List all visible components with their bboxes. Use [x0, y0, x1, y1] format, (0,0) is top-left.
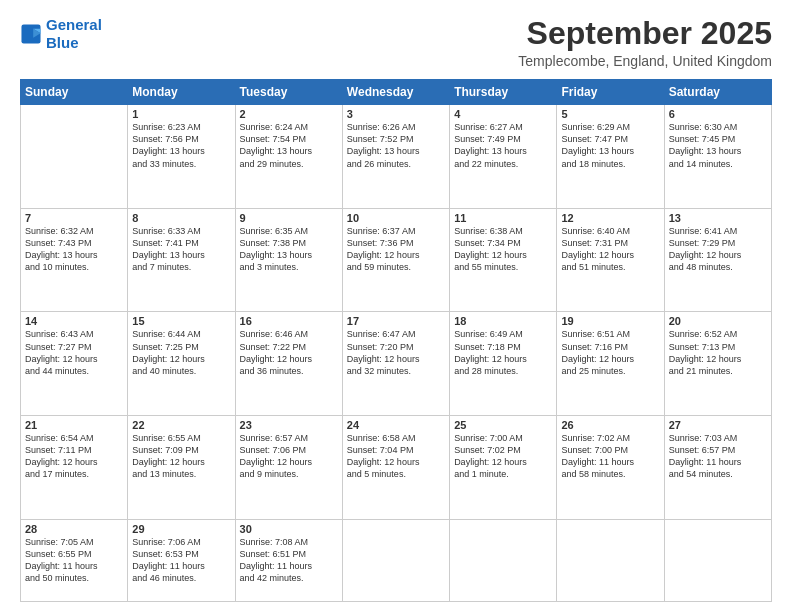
calendar-cell: 4Sunrise: 6:27 AM Sunset: 7:49 PM Daylig…: [450, 105, 557, 209]
day-info: Sunrise: 6:40 AM Sunset: 7:31 PM Dayligh…: [561, 225, 659, 274]
calendar-cell: 12Sunrise: 6:40 AM Sunset: 7:31 PM Dayli…: [557, 208, 664, 312]
calendar-cell: 7Sunrise: 6:32 AM Sunset: 7:43 PM Daylig…: [21, 208, 128, 312]
day-info: Sunrise: 6:27 AM Sunset: 7:49 PM Dayligh…: [454, 121, 552, 170]
day-info: Sunrise: 6:37 AM Sunset: 7:36 PM Dayligh…: [347, 225, 445, 274]
day-info: Sunrise: 6:29 AM Sunset: 7:47 PM Dayligh…: [561, 121, 659, 170]
week-row-1: 1Sunrise: 6:23 AM Sunset: 7:56 PM Daylig…: [21, 105, 772, 209]
day-number: 11: [454, 212, 552, 224]
day-info: Sunrise: 6:49 AM Sunset: 7:18 PM Dayligh…: [454, 328, 552, 377]
calendar-cell: 28Sunrise: 7:05 AM Sunset: 6:55 PM Dayli…: [21, 519, 128, 601]
day-number: 7: [25, 212, 123, 224]
calendar-cell: 5Sunrise: 6:29 AM Sunset: 7:47 PM Daylig…: [557, 105, 664, 209]
calendar-cell: 26Sunrise: 7:02 AM Sunset: 7:00 PM Dayli…: [557, 415, 664, 519]
day-info: Sunrise: 7:06 AM Sunset: 6:53 PM Dayligh…: [132, 536, 230, 585]
day-info: Sunrise: 6:46 AM Sunset: 7:22 PM Dayligh…: [240, 328, 338, 377]
week-row-2: 7Sunrise: 6:32 AM Sunset: 7:43 PM Daylig…: [21, 208, 772, 312]
day-info: Sunrise: 6:58 AM Sunset: 7:04 PM Dayligh…: [347, 432, 445, 481]
day-info: Sunrise: 6:54 AM Sunset: 7:11 PM Dayligh…: [25, 432, 123, 481]
calendar-cell: 13Sunrise: 6:41 AM Sunset: 7:29 PM Dayli…: [664, 208, 771, 312]
calendar-cell: [557, 519, 664, 601]
day-number: 15: [132, 315, 230, 327]
day-number: 21: [25, 419, 123, 431]
day-number: 24: [347, 419, 445, 431]
calendar-cell: [664, 519, 771, 601]
logo-icon: [20, 23, 42, 45]
col-friday: Friday: [557, 80, 664, 105]
header-row: Sunday Monday Tuesday Wednesday Thursday…: [21, 80, 772, 105]
calendar-cell: 15Sunrise: 6:44 AM Sunset: 7:25 PM Dayli…: [128, 312, 235, 416]
day-number: 18: [454, 315, 552, 327]
page: General Blue September 2025 Templecombe,…: [0, 0, 792, 612]
location-subtitle: Templecombe, England, United Kingdom: [518, 53, 772, 69]
day-number: 5: [561, 108, 659, 120]
calendar-cell: 17Sunrise: 6:47 AM Sunset: 7:20 PM Dayli…: [342, 312, 449, 416]
day-number: 27: [669, 419, 767, 431]
day-info: Sunrise: 6:23 AM Sunset: 7:56 PM Dayligh…: [132, 121, 230, 170]
day-number: 22: [132, 419, 230, 431]
calendar-cell: 22Sunrise: 6:55 AM Sunset: 7:09 PM Dayli…: [128, 415, 235, 519]
day-number: 26: [561, 419, 659, 431]
day-number: 10: [347, 212, 445, 224]
day-number: 12: [561, 212, 659, 224]
calendar-cell: 23Sunrise: 6:57 AM Sunset: 7:06 PM Dayli…: [235, 415, 342, 519]
col-thursday: Thursday: [450, 80, 557, 105]
day-info: Sunrise: 6:57 AM Sunset: 7:06 PM Dayligh…: [240, 432, 338, 481]
day-number: 1: [132, 108, 230, 120]
day-number: 17: [347, 315, 445, 327]
day-info: Sunrise: 7:08 AM Sunset: 6:51 PM Dayligh…: [240, 536, 338, 585]
calendar-cell: 6Sunrise: 6:30 AM Sunset: 7:45 PM Daylig…: [664, 105, 771, 209]
calendar-cell: 19Sunrise: 6:51 AM Sunset: 7:16 PM Dayli…: [557, 312, 664, 416]
col-sunday: Sunday: [21, 80, 128, 105]
calendar-cell: 30Sunrise: 7:08 AM Sunset: 6:51 PM Dayli…: [235, 519, 342, 601]
day-number: 3: [347, 108, 445, 120]
day-number: 23: [240, 419, 338, 431]
day-info: Sunrise: 6:52 AM Sunset: 7:13 PM Dayligh…: [669, 328, 767, 377]
calendar-cell: 24Sunrise: 6:58 AM Sunset: 7:04 PM Dayli…: [342, 415, 449, 519]
day-number: 25: [454, 419, 552, 431]
logo-line1: General: [46, 16, 102, 33]
calendar-cell: 18Sunrise: 6:49 AM Sunset: 7:18 PM Dayli…: [450, 312, 557, 416]
day-number: 9: [240, 212, 338, 224]
calendar-cell: 9Sunrise: 6:35 AM Sunset: 7:38 PM Daylig…: [235, 208, 342, 312]
day-info: Sunrise: 6:55 AM Sunset: 7:09 PM Dayligh…: [132, 432, 230, 481]
day-info: Sunrise: 6:38 AM Sunset: 7:34 PM Dayligh…: [454, 225, 552, 274]
day-number: 29: [132, 523, 230, 535]
month-title: September 2025: [518, 16, 772, 51]
day-number: 19: [561, 315, 659, 327]
day-number: 28: [25, 523, 123, 535]
day-info: Sunrise: 7:03 AM Sunset: 6:57 PM Dayligh…: [669, 432, 767, 481]
calendar-cell: 27Sunrise: 7:03 AM Sunset: 6:57 PM Dayli…: [664, 415, 771, 519]
col-tuesday: Tuesday: [235, 80, 342, 105]
day-info: Sunrise: 6:44 AM Sunset: 7:25 PM Dayligh…: [132, 328, 230, 377]
day-number: 2: [240, 108, 338, 120]
calendar-cell: 8Sunrise: 6:33 AM Sunset: 7:41 PM Daylig…: [128, 208, 235, 312]
calendar-cell: 20Sunrise: 6:52 AM Sunset: 7:13 PM Dayli…: [664, 312, 771, 416]
calendar-cell: [21, 105, 128, 209]
day-info: Sunrise: 6:41 AM Sunset: 7:29 PM Dayligh…: [669, 225, 767, 274]
calendar-cell: 16Sunrise: 6:46 AM Sunset: 7:22 PM Dayli…: [235, 312, 342, 416]
calendar-cell: 10Sunrise: 6:37 AM Sunset: 7:36 PM Dayli…: [342, 208, 449, 312]
calendar-table: Sunday Monday Tuesday Wednesday Thursday…: [20, 79, 772, 602]
logo: General Blue: [20, 16, 102, 52]
day-info: Sunrise: 6:51 AM Sunset: 7:16 PM Dayligh…: [561, 328, 659, 377]
day-info: Sunrise: 6:32 AM Sunset: 7:43 PM Dayligh…: [25, 225, 123, 274]
week-row-3: 14Sunrise: 6:43 AM Sunset: 7:27 PM Dayli…: [21, 312, 772, 416]
title-block: September 2025 Templecombe, England, Uni…: [518, 16, 772, 69]
week-row-5: 28Sunrise: 7:05 AM Sunset: 6:55 PM Dayli…: [21, 519, 772, 601]
calendar-cell: 21Sunrise: 6:54 AM Sunset: 7:11 PM Dayli…: [21, 415, 128, 519]
day-info: Sunrise: 6:30 AM Sunset: 7:45 PM Dayligh…: [669, 121, 767, 170]
col-monday: Monday: [128, 80, 235, 105]
day-number: 30: [240, 523, 338, 535]
day-info: Sunrise: 7:02 AM Sunset: 7:00 PM Dayligh…: [561, 432, 659, 481]
calendar-cell: [342, 519, 449, 601]
calendar-cell: 1Sunrise: 6:23 AM Sunset: 7:56 PM Daylig…: [128, 105, 235, 209]
day-number: 16: [240, 315, 338, 327]
day-info: Sunrise: 6:43 AM Sunset: 7:27 PM Dayligh…: [25, 328, 123, 377]
calendar-cell: 29Sunrise: 7:06 AM Sunset: 6:53 PM Dayli…: [128, 519, 235, 601]
day-info: Sunrise: 7:05 AM Sunset: 6:55 PM Dayligh…: [25, 536, 123, 585]
day-number: 14: [25, 315, 123, 327]
day-number: 13: [669, 212, 767, 224]
calendar-cell: 25Sunrise: 7:00 AM Sunset: 7:02 PM Dayli…: [450, 415, 557, 519]
day-number: 6: [669, 108, 767, 120]
calendar-cell: 2Sunrise: 6:24 AM Sunset: 7:54 PM Daylig…: [235, 105, 342, 209]
